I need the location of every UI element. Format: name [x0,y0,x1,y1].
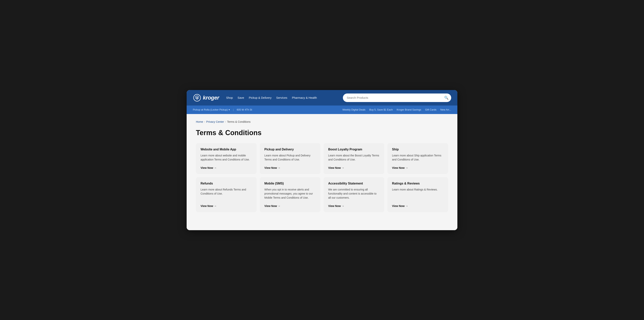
card-mobile-sms-title: Mobile (SMS) [264,182,316,185]
card-accessibility-title: Accessibility Statement [328,182,380,185]
sub-nav-left: Pickup at Rolla (Locker Pickup) ▾ | 605 … [193,108,252,111]
page-title: Terms & Conditions [196,129,448,137]
card-accessibility-desc: We are committed to ensuring all functio… [328,188,380,200]
card-boost-loyalty-desc: Learn more about the Boost Loyalty Terms… [328,154,380,162]
breadcrumb-current: Terms & Conditions [227,120,250,123]
breadcrumb-sep-1: › [204,120,205,123]
nav-save[interactable]: Save [238,96,244,99]
search-icon-button[interactable]: 🔍 [444,96,448,100]
buy5-link[interactable]: Buy 5, Save $1 Each [370,108,393,111]
search-icon: 🔍 [444,96,448,100]
browser-window: kroger Shop Save Pickup & Delivery Servi… [186,90,458,230]
logo-text: kroger [203,95,219,101]
card-boost-loyalty[interactable]: Boost Loyalty Program Learn more about t… [324,143,384,174]
nav-pharmacy-health[interactable]: Pharmacy & Health [292,96,317,99]
card-accessibility[interactable]: Accessibility Statement We are committed… [324,177,384,212]
logo-area[interactable]: kroger [193,94,219,102]
card-accessibility-link[interactable]: View Now → [328,204,380,207]
weekly-deals-link[interactable]: Weekly Digital Deals [342,108,366,111]
nav-services[interactable]: Services [276,96,288,99]
card-ratings-reviews-desc: Learn more about Ratings & Reviews. [392,188,444,200]
top-nav: kroger Shop Save Pickup & Delivery Servi… [186,90,458,106]
sub-nav-right: Weekly Digital Deals Buy 5, Save $1 Each… [342,108,451,111]
pickup-location-link[interactable]: Pickup at Rolla (Locker Pickup) ▾ [193,108,230,111]
breadcrumb-sep-2: › [225,120,226,123]
card-ratings-reviews-title: Ratings & Reviews [392,182,444,185]
breadcrumb-privacy-center[interactable]: Privacy Center [206,120,224,123]
card-pickup-delivery-desc: Learn more about Pickup and Delivery Ter… [264,154,316,162]
card-website-mobile-desc: Learn more about website and mobile appl… [200,154,252,162]
brand-savings-link[interactable]: Kroger Brand Savings [397,108,421,111]
card-pickup-delivery[interactable]: Pickup and Delivery Learn more about Pic… [260,143,320,174]
search-bar: 🔍 [343,94,451,102]
card-pickup-delivery-title: Pickup and Delivery [264,148,316,151]
address-link[interactable]: 605 W 4Th St [237,108,252,111]
chevron-down-icon: ▾ [228,108,230,111]
sub-nav: Pickup at Rolla (Locker Pickup) ▾ | 605 … [186,106,458,114]
card-boost-loyalty-link[interactable]: View Now → [328,166,380,169]
breadcrumb-home[interactable]: Home [196,120,203,123]
card-ship[interactable]: Ship Learn more about Ship application T… [387,143,448,174]
card-website-mobile-title: Website and Mobile App [200,148,252,151]
card-pickup-delivery-link[interactable]: View Now → [264,166,316,169]
cards-row-1: Website and Mobile App Learn more about … [196,143,448,174]
nav-shop[interactable]: Shop [226,96,233,99]
card-refunds-desc: Learn more about Refunds Terms and Condi… [200,188,252,200]
card-ship-link[interactable]: View Now → [392,166,444,169]
page-content: Home › Privacy Center › Terms & Conditio… [186,114,458,230]
new-arrivals-link[interactable]: New Arr... [440,108,451,111]
card-website-mobile[interactable]: Website and Mobile App Learn more about … [196,143,257,174]
card-mobile-sms-link[interactable]: View Now → [264,204,316,207]
gift-cards-link[interactable]: Gift Cards [425,108,436,111]
card-ratings-reviews[interactable]: Ratings & Reviews Learn more about Ratin… [387,177,448,212]
search-input[interactable] [343,94,451,102]
sub-nav-divider: | [233,108,234,111]
card-website-mobile-link[interactable]: View Now → [200,166,252,169]
pickup-text: Pickup at Rolla (Locker Pickup) [193,108,228,111]
kroger-logo-icon [193,94,201,102]
cards-row-2: Refunds Learn more about Refunds Terms a… [196,177,448,212]
nav-links: Shop Save Pickup & Delivery Services Pha… [226,96,317,99]
card-mobile-sms[interactable]: Mobile (SMS) When you opt in to receive … [260,177,320,212]
card-refunds-title: Refunds [200,182,252,185]
card-mobile-sms-desc: When you opt in to receive alerts and pr… [264,188,316,200]
breadcrumb: Home › Privacy Center › Terms & Conditio… [196,120,448,123]
card-ship-title: Ship [392,148,444,151]
card-boost-loyalty-title: Boost Loyalty Program [328,148,380,151]
card-ship-desc: Learn more about Ship application Terms … [392,154,444,162]
card-refunds[interactable]: Refunds Learn more about Refunds Terms a… [196,177,257,212]
card-refunds-link[interactable]: View Now → [200,204,252,207]
nav-pickup-delivery[interactable]: Pickup & Delivery [249,96,272,99]
card-ratings-reviews-link[interactable]: View Now → [392,204,444,207]
